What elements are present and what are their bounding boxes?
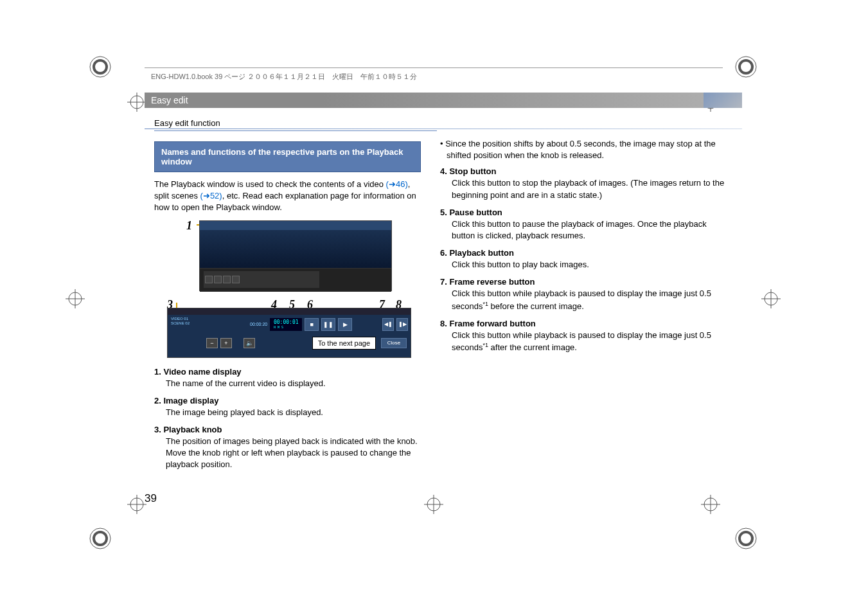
frame-reverse-button[interactable]: ◀❚	[382, 318, 394, 331]
item-body: The position of images being played back…	[166, 436, 421, 471]
header-rule	[145, 67, 723, 68]
item-title: 5. Pause button	[440, 208, 729, 217]
item-title: 4. Stop button	[440, 166, 729, 176]
time-units: H M S	[274, 325, 299, 329]
item-3: 3. Playback knob The position of images …	[154, 425, 421, 471]
register-mark-icon	[66, 289, 85, 308]
register-mark-icon	[761, 289, 781, 308]
item-title: 2. Image display	[154, 396, 421, 405]
playback-knob-track[interactable]	[168, 308, 411, 315]
section-bar-decoration	[704, 93, 742, 108]
item-2: 2. Image display The image being played …	[154, 396, 421, 418]
minus-button[interactable]: −	[206, 338, 218, 348]
register-mark-icon	[127, 93, 146, 112]
svg-point-1	[94, 60, 107, 73]
time-value: 00:00:01	[274, 319, 299, 325]
frame-forward-button[interactable]: ❚▶	[396, 318, 408, 331]
register-mark-icon	[424, 495, 443, 514]
mini-icon	[205, 276, 213, 283]
window-control-bar	[200, 269, 391, 292]
section-bar: Easy edit	[145, 93, 742, 108]
svg-point-3	[740, 60, 752, 73]
subheader: Easy edit function	[154, 118, 437, 131]
footnote-ref: *1	[483, 301, 488, 307]
title-box: Names and functions of the respective pa…	[154, 141, 421, 172]
callout-1: 1	[186, 219, 192, 233]
plus-button[interactable]: +	[220, 338, 232, 348]
register-mark-icon	[127, 495, 146, 514]
item-body: Click this button while playback is paus…	[452, 330, 729, 354]
item-title: 6. Playback button	[440, 248, 729, 258]
item-5: 5. Pause button Click this button to pau…	[440, 208, 729, 242]
svg-point-5	[94, 532, 107, 545]
item-title: 3. Playback knob	[154, 425, 421, 434]
section-bar-label: Easy edit	[151, 95, 188, 105]
intro-text-1: The Playback window is used to check the…	[154, 179, 386, 189]
item-1: 1. Video name display The name of the cu…	[154, 367, 421, 389]
crop-mark-icon	[733, 54, 759, 80]
bullet-note: • Since the position shifts by about 0.5…	[440, 138, 729, 161]
crop-mark-icon	[733, 526, 759, 551]
item-body: Click this button to play back images.	[452, 259, 729, 271]
next-page-label: To the next page	[312, 337, 376, 350]
playback-window-top	[199, 220, 392, 291]
playback-control-panel: VIDEO 01 SCENE 02 00:00:20 00:00:01 H M …	[167, 308, 411, 358]
scene-name-display: SCENE 02	[171, 321, 247, 326]
bullet-text: • Since the position shifts by about 0.5…	[440, 139, 716, 160]
playback-button[interactable]: ▶	[338, 318, 352, 331]
video-info: VIDEO 01 SCENE 02	[170, 316, 247, 333]
item-4: 4. Stop button Click this button to stop…	[440, 166, 729, 200]
page-number: 39	[145, 492, 157, 505]
item-body: Click this button to pause the playback …	[452, 218, 729, 242]
time-display: 00:00:01 H M S	[270, 318, 302, 331]
image-display-area	[200, 230, 391, 269]
link-page-52[interactable]: (➜52)	[200, 191, 222, 200]
intro-paragraph: The Playback window is used to check the…	[154, 179, 421, 214]
stop-button[interactable]: ■	[305, 318, 319, 331]
crop-mark-icon	[87, 526, 113, 551]
crop-mark-icon	[87, 54, 113, 80]
item-body: Click this button to stop the playback o…	[452, 177, 729, 200]
footnote-ref: *1	[483, 342, 488, 348]
close-button[interactable]: Close	[381, 338, 407, 348]
register-mark-icon	[701, 495, 720, 514]
elapsed-time: 00:00:20	[250, 322, 267, 326]
svg-point-7	[740, 532, 752, 545]
item-7: 7. Frame reverse button Click this butto…	[440, 277, 729, 312]
item-title: 1. Video name display	[154, 367, 421, 377]
item-body-post: after the current image.	[488, 343, 577, 353]
item-body: Click this button while playback is paus…	[452, 288, 729, 312]
item-body: The image being played back is displayed…	[166, 407, 421, 418]
mini-icon	[214, 276, 222, 283]
mini-icon	[232, 276, 240, 283]
book-header: ENG-HDW1.0.book 39 ページ ２００６年１１月２１日 火曜日 午…	[151, 72, 417, 82]
pause-button[interactable]: ❚❚	[321, 318, 335, 331]
volume-icon[interactable]: 🔈	[244, 338, 255, 348]
item-body-post: before the current image.	[488, 301, 584, 311]
window-titlebar	[200, 221, 391, 230]
item-8: 8. Frame forward button Click this butto…	[440, 319, 729, 354]
item-6: 6. Playback button Click this button to …	[440, 248, 729, 271]
item-body: The name of the current video is display…	[166, 378, 421, 389]
subheader-rule	[145, 129, 742, 129]
item-title: 8. Frame forward button	[440, 319, 729, 328]
video-name-display: VIDEO 01	[171, 317, 247, 321]
playback-window-figure: 1 2 3 4 5 6 7 8	[167, 220, 411, 358]
link-page-46[interactable]: (➜46)	[386, 179, 408, 189]
item-title: 7. Frame reverse button	[440, 277, 729, 287]
mini-icon	[223, 276, 231, 283]
